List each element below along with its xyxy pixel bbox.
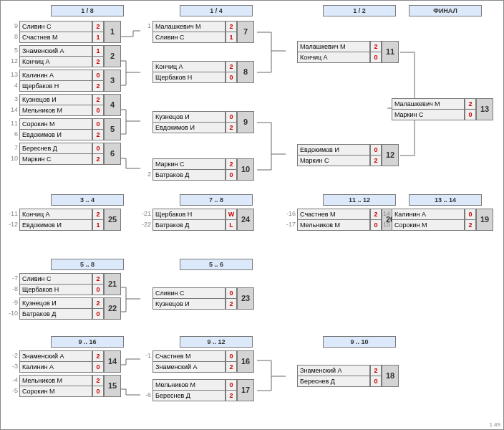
match-16: -1Счастнев М0Знаменский А216 bbox=[141, 350, 270, 372]
header-r1: 1 / 8 bbox=[51, 5, 124, 16]
header-p910: 9 .. 10 bbox=[323, 336, 396, 348]
header-p34: 3 .. 4 bbox=[51, 194, 124, 206]
header-p56: 5 .. 6 bbox=[180, 259, 253, 270]
match-7: 1Малашкевич М2Сливин С17 bbox=[141, 21, 270, 42]
header-p1314: 13 .. 14 bbox=[409, 194, 482, 206]
bracket-stage: { "headers":{ "r1":"1 / 8","r2":"1 / 4",… bbox=[0, 0, 504, 430]
match-5: 11Сорокин М06Евдокимов И25 bbox=[8, 118, 130, 140]
match-15: -4Мельников М2-5Сорокин М015 bbox=[8, 375, 130, 396]
match-6: 7Береснев Д010Маркин С26 bbox=[8, 143, 130, 164]
match-12: Евдокимов И0Маркин С212 bbox=[286, 144, 415, 166]
match-18: Знаменский А2Береснев Д018 bbox=[286, 365, 415, 386]
header-final: ФИНАЛ bbox=[409, 5, 482, 16]
header-p58: 5 .. 8 bbox=[51, 259, 124, 270]
match-11: Малашкевич М2Кончиц А011 bbox=[286, 41, 415, 62]
version-label: 1.49 bbox=[489, 421, 500, 428]
match-23: Сливин С0Кузнецов И223 bbox=[141, 287, 270, 309]
header-p78: 7 .. 8 bbox=[180, 194, 253, 206]
match-17: Мельников М0-6Береснев Д217 bbox=[141, 379, 270, 401]
header-p916: 9 .. 16 bbox=[51, 336, 124, 348]
match-22: -9Кузнецов И2-10Батраков Д022 bbox=[8, 297, 130, 319]
match-8: Кончиц А2Щербаков Н08 bbox=[141, 61, 270, 82]
match-9: Кузнецов И0Евдокимов И29 bbox=[141, 111, 270, 133]
header-r3: 1 / 2 bbox=[323, 5, 396, 16]
header-r2: 1 / 4 bbox=[180, 5, 253, 16]
match-19: -14Калинин А0-15Сорокин М219 bbox=[380, 209, 504, 230]
match-14: -2Знаменский А2-3Калинин А014 bbox=[8, 350, 130, 372]
header-p912: 9 .. 12 bbox=[180, 336, 253, 348]
match-2: 5Знаменский А112Кончиц А22 bbox=[8, 45, 130, 67]
match-1: 9Сливин С28Счастнев М11 bbox=[8, 21, 130, 42]
match-24: -21Щербаков НW-22Батраков ДL24 bbox=[141, 209, 270, 230]
match-3: 13Калинин А04Щербаков Н23 bbox=[8, 70, 130, 91]
match-4: 3Кузнецов И214Мельников М04 bbox=[8, 94, 130, 115]
header-p1112: 11 .. 12 bbox=[323, 194, 396, 206]
match-21: -7Сливин С2-8Щербаков Н021 bbox=[8, 273, 130, 295]
match-10: Маркин С22Батраков Д010 bbox=[141, 158, 270, 180]
match-25: -11Кончиц А2-12Евдокимов И125 bbox=[8, 209, 130, 230]
match-13: Малашкевич М2Маркин С013 bbox=[380, 98, 504, 120]
